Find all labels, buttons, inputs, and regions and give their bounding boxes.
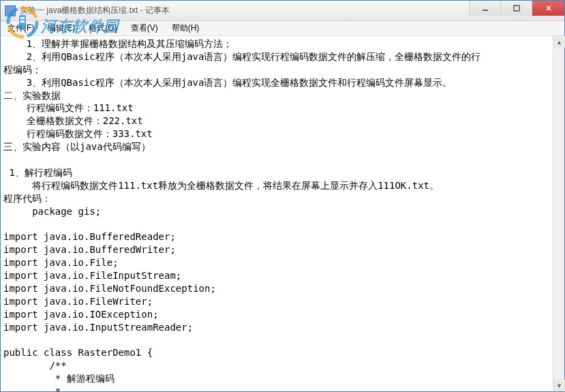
scroll-down-arrow[interactable]: ▼ [553, 380, 565, 391]
maximize-button[interactable] [500, 1, 532, 16]
titlebar[interactable]: 实验一 java栅格数据结构压缩.txt - 记事本 [1, 1, 564, 21]
vertical-scrollbar[interactable]: ▲ ▼ [553, 36, 564, 391]
text-area[interactable]: 1、理解并掌握栅格数据结构及其压缩编码方法； 2、利用QBasic程序（本次本人… [1, 36, 564, 391]
notepad-icon [5, 5, 16, 16]
menu-help[interactable]: 帮助(H) [168, 21, 204, 35]
minimize-button[interactable] [469, 1, 500, 16]
menu-format[interactable]: 格式(O) [85, 21, 121, 35]
scroll-up-arrow[interactable]: ▲ [553, 36, 565, 48]
menu-view[interactable]: 查看(V) [127, 21, 162, 35]
window-title: 实验一 java栅格数据结构压缩.txt - 记事本 [20, 5, 469, 16]
menu-edit[interactable]: 编辑(E) [44, 21, 79, 35]
menu-file[interactable]: 文件(F) [3, 21, 38, 35]
window-controls [469, 1, 564, 20]
svg-rect-1 [514, 5, 519, 11]
menubar: 文件(F) 编辑(E) 格式(O) 查看(V) 帮助(H) [1, 21, 564, 36]
close-button[interactable] [532, 1, 564, 16]
notepad-window: 实验一 java栅格数据结构压缩.txt - 记事本 文件(F) 编辑(E) 格… [0, 0, 565, 392]
